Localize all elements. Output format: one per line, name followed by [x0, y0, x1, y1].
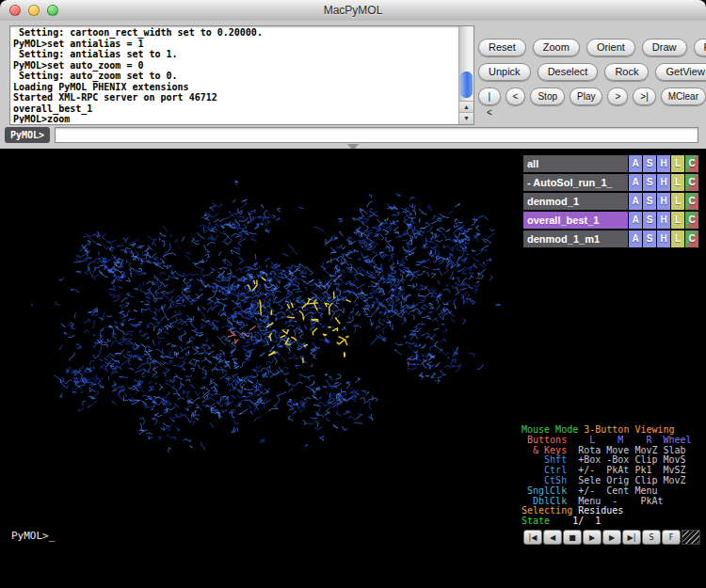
- object-button-a[interactable]: A: [629, 193, 642, 210]
- console-output: Setting: cartoon_rect_width set to 0.200…: [9, 25, 474, 125]
- movie-button[interactable]: S: [642, 530, 661, 545]
- toolbar-button-reset[interactable]: Reset: [478, 39, 526, 56]
- object-button-l[interactable]: L: [671, 230, 684, 247]
- object-button-c[interactable]: C: [685, 230, 698, 247]
- mouse-help-panel: Mouse Mode 3-Button Viewing Buttons L M …: [521, 425, 702, 527]
- mouse-help-line: State 1/ 1: [521, 516, 702, 527]
- object-button-l[interactable]: L: [671, 212, 684, 229]
- toolbar-button-ray[interactable]: Ray: [694, 39, 706, 56]
- object-button-h[interactable]: H: [657, 230, 670, 247]
- scroll-down-arrow[interactable]: ▼: [459, 112, 473, 124]
- toolbar-button-nav5[interactable]: >|: [633, 87, 655, 105]
- object-button-h[interactable]: H: [657, 174, 670, 191]
- object-row: - AutoSol_run_1_ASHLC: [523, 174, 698, 191]
- toolbar-button-nav1[interactable]: <: [505, 87, 526, 105]
- object-button-s[interactable]: S: [643, 230, 656, 247]
- toolbar-button-nav0[interactable]: |<: [478, 87, 501, 105]
- movie-button[interactable]: ▶: [602, 530, 621, 545]
- object-button-l[interactable]: L: [671, 155, 684, 172]
- toolbar-row-2: UnpickDeselectRockGetView: [478, 63, 706, 81]
- resize-grip[interactable]: [682, 530, 700, 545]
- object-panel: allASHLC- AutoSol_run_1_ASHLCdenmod_1ASH…: [523, 155, 698, 249]
- object-button-l[interactable]: L: [671, 193, 684, 210]
- main-area: PyMOL>_ allASHLC- AutoSol_run_1_ASHLCden…: [0, 149, 706, 588]
- object-button-a[interactable]: A: [629, 155, 642, 172]
- object-button-c[interactable]: C: [685, 193, 698, 210]
- minimize-button[interactable]: [28, 5, 40, 16]
- toolbar-button-unpick[interactable]: Unpick: [478, 63, 531, 81]
- macpymol-window: MacPyMOL Setting: cartoon_rect_width set…: [0, 0, 706, 588]
- close-button[interactable]: [9, 5, 21, 16]
- object-name[interactable]: - AutoSol_run_1_: [523, 174, 628, 191]
- command-input[interactable]: [55, 127, 698, 143]
- movie-button[interactable]: F: [662, 530, 681, 545]
- prompt-label: PyMOL>: [5, 127, 50, 143]
- movie-controls: |◀◀■▶▶▶|SF: [523, 530, 700, 545]
- object-button-a[interactable]: A: [629, 174, 642, 191]
- toolbar-button-stop[interactable]: Stop: [530, 87, 565, 105]
- object-row: denmod_1ASHLC: [523, 193, 698, 210]
- toolbar-row-3: |<<StopPlay>>|MClear: [478, 87, 706, 105]
- object-button-a[interactable]: A: [629, 212, 642, 229]
- object-button-s[interactable]: S: [643, 193, 656, 210]
- zoom-window-button[interactable]: [47, 5, 58, 16]
- toolbar-button-play[interactable]: Play: [570, 87, 602, 105]
- object-row: allASHLC: [523, 155, 698, 172]
- toolbar-button-mclear[interactable]: MClear: [661, 87, 706, 105]
- console-scrollbar[interactable]: ▲ ▼: [458, 26, 473, 124]
- object-name[interactable]: denmod_1_m1: [523, 230, 628, 247]
- toolbar-button-orient[interactable]: Orient: [586, 39, 635, 56]
- title-bar[interactable]: MacPyMOL: [0, 0, 706, 22]
- toolbar-button-nav4[interactable]: >: [607, 87, 628, 105]
- upper-panel: Setting: cartoon_rect_width set to 0.200…: [0, 21, 706, 150]
- object-button-h[interactable]: H: [657, 212, 670, 229]
- movie-button[interactable]: ▶|: [622, 530, 641, 545]
- object-name[interactable]: overall_best_1: [523, 212, 628, 229]
- movie-button[interactable]: |◀: [523, 530, 542, 545]
- object-row: overall_best_1ASHLC: [523, 212, 698, 229]
- window-title: MacPyMOL: [324, 4, 383, 17]
- density-mesh[interactable]: [8, 149, 521, 577]
- object-button-a[interactable]: A: [629, 230, 642, 247]
- object-button-h[interactable]: H: [657, 155, 670, 172]
- object-button-s[interactable]: S: [643, 212, 656, 229]
- object-button-h[interactable]: H: [657, 193, 670, 210]
- movie-button[interactable]: ◀: [543, 530, 562, 545]
- command-row: PyMOL>: [0, 125, 706, 145]
- viewport-prompt: PyMOL>_: [11, 530, 55, 542]
- movie-button[interactable]: ■: [563, 530, 582, 545]
- toolbar-button-zoom[interactable]: Zoom: [533, 39, 580, 56]
- toolbar-button-draw[interactable]: Draw: [642, 39, 687, 56]
- object-button-s[interactable]: S: [643, 155, 656, 172]
- movie-button[interactable]: ▶: [583, 530, 602, 545]
- toolbar-button-getview[interactable]: GetView: [655, 63, 706, 81]
- object-button-c[interactable]: C: [685, 174, 698, 191]
- object-button-l[interactable]: L: [671, 174, 684, 191]
- object-name[interactable]: all: [523, 155, 628, 172]
- object-row: denmod_1_m1ASHLC: [523, 230, 698, 247]
- object-button-s[interactable]: S: [643, 174, 656, 191]
- scrollbar-thumb[interactable]: [460, 72, 473, 98]
- toolbar-button-rock[interactable]: Rock: [604, 63, 649, 81]
- object-name[interactable]: denmod_1: [523, 193, 628, 210]
- object-button-c[interactable]: C: [685, 155, 698, 172]
- object-button-c[interactable]: C: [685, 212, 698, 229]
- console-log: Setting: cartoon_rect_width set to 0.200…: [13, 27, 457, 123]
- toolbar-row-1: ResetZoomOrientDrawRay: [478, 39, 706, 56]
- toolbar-button-deselect[interactable]: Deselect: [538, 63, 599, 81]
